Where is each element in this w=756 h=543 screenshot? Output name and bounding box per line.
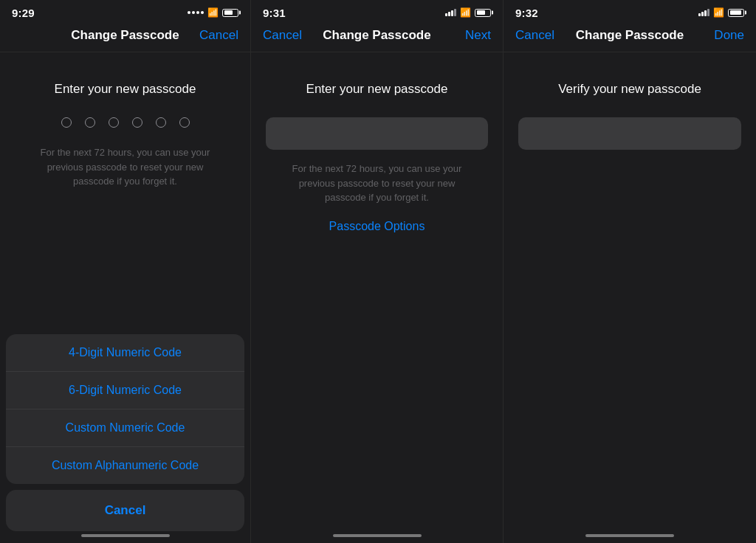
nav-title-3: Change Passcode bbox=[560, 28, 700, 43]
option-custom-alphanumeric[interactable]: Custom Alphanumeric Code bbox=[6, 447, 244, 484]
phone-panel-2: 9:31 📶 Cancel Change Passcode Next Enter… bbox=[251, 0, 504, 543]
next-button-2[interactable]: Next bbox=[447, 28, 491, 43]
wifi-icon-2: 📶 bbox=[460, 7, 471, 18]
phone-panel-1: 9:29 📶 Change Passcode Cancel Enter your… bbox=[0, 0, 251, 543]
passcode-options-link[interactable]: Passcode Options bbox=[329, 220, 425, 233]
passcode-prompt-3: Verify your new passcode bbox=[558, 82, 701, 97]
passcode-hint-2: For the next 72 hours, you can use your … bbox=[266, 162, 488, 205]
dot-3 bbox=[109, 117, 119, 128]
signal-bars-icon-3 bbox=[698, 9, 709, 16]
home-bar-2 bbox=[333, 534, 422, 537]
status-icons-2: 📶 bbox=[445, 7, 491, 18]
option-custom-numeric[interactable]: Custom Numeric Code bbox=[6, 409, 244, 447]
content-area-3: Verify your new passcode bbox=[504, 52, 756, 528]
dot-1 bbox=[61, 117, 72, 128]
action-sheet-group-1: 4-Digit Numeric Code 6-Digit Numeric Cod… bbox=[6, 334, 244, 484]
cancel-button-3[interactable]: Cancel bbox=[515, 28, 560, 43]
status-bar-2: 9:31 📶 bbox=[251, 0, 503, 22]
passcode-hint-1: For the next 72 hours, you can use your … bbox=[15, 145, 236, 189]
passcode-field-3[interactable] bbox=[518, 117, 741, 150]
home-bar-3 bbox=[585, 534, 674, 537]
cancel-button-1[interactable]: Cancel bbox=[194, 28, 238, 43]
dot-4 bbox=[132, 117, 142, 128]
dot-6 bbox=[179, 117, 190, 128]
signal-bars-icon bbox=[445, 9, 456, 16]
phone-panel-3: 9:32 📶 Cancel Change Passcode Done Verif… bbox=[504, 0, 756, 543]
status-bar-1: 9:29 📶 bbox=[0, 0, 250, 22]
battery-icon-3 bbox=[728, 9, 744, 17]
passcode-dots-1 bbox=[61, 117, 190, 128]
home-bar-1 bbox=[81, 534, 170, 537]
home-indicator-3 bbox=[504, 528, 756, 543]
battery-icon-2 bbox=[475, 9, 491, 17]
home-indicator-2 bbox=[251, 528, 503, 543]
status-time-1: 9:29 bbox=[12, 7, 35, 19]
nav-bar-1: Change Passcode Cancel bbox=[0, 22, 250, 52]
dot-2 bbox=[85, 117, 95, 128]
nav-title-1: Change Passcode bbox=[56, 28, 194, 43]
passcode-prompt-2: Enter your new passcode bbox=[306, 82, 448, 97]
signal-dots-icon bbox=[188, 11, 204, 14]
content-area-2: Enter your new passcode For the next 72 … bbox=[251, 52, 503, 528]
battery-fill-3 bbox=[730, 10, 741, 15]
nav-bar-3: Cancel Change Passcode Done bbox=[504, 22, 756, 52]
dot-5 bbox=[156, 117, 166, 128]
status-icons-3: 📶 bbox=[698, 7, 744, 18]
nav-title-2: Change Passcode bbox=[307, 28, 447, 43]
wifi-icon-3: 📶 bbox=[713, 7, 724, 18]
battery-fill-2 bbox=[477, 10, 486, 15]
status-time-2: 9:31 bbox=[263, 7, 286, 19]
passcode-prompt-1: Enter your new passcode bbox=[55, 82, 196, 97]
status-time-3: 9:32 bbox=[515, 7, 538, 19]
passcode-field-2[interactable] bbox=[266, 117, 488, 150]
action-sheet-cancel[interactable]: Cancel bbox=[6, 490, 244, 531]
wifi-icon: 📶 bbox=[207, 7, 219, 18]
battery-fill bbox=[224, 10, 233, 15]
option-4-digit[interactable]: 4-Digit Numeric Code bbox=[6, 334, 244, 372]
cancel-button-2[interactable]: Cancel bbox=[263, 28, 307, 43]
action-sheet-1: 4-Digit Numeric Code 6-Digit Numeric Cod… bbox=[0, 334, 250, 543]
battery-icon bbox=[222, 9, 238, 17]
done-button-3[interactable]: Done bbox=[700, 28, 744, 43]
status-icons-1: 📶 bbox=[188, 7, 238, 18]
nav-bar-2: Cancel Change Passcode Next bbox=[251, 22, 503, 52]
status-bar-3: 9:32 📶 bbox=[504, 0, 756, 22]
option-6-digit[interactable]: 6-Digit Numeric Code bbox=[6, 372, 244, 409]
